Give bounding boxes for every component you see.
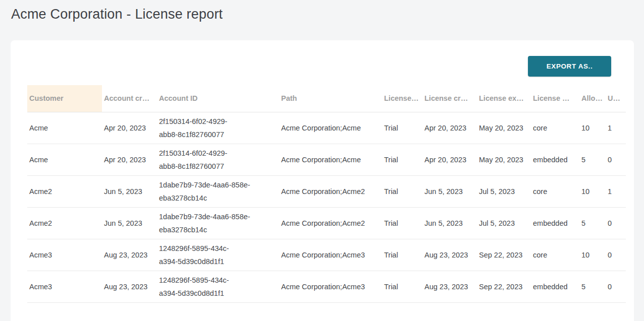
cell-allocated: 10: [579, 175, 606, 207]
cell-customer: Acme: [27, 144, 102, 175]
cell-account_created: Jun 5, 2023: [102, 175, 157, 207]
license-table-container: Customer Account cr… Account ID Path Lic…: [27, 85, 626, 303]
cell-account_id: 2f150314-6f02-4929- abb8-8c1f82760077: [157, 112, 279, 144]
table-header-row: Customer Account cr… Account ID Path Lic…: [27, 85, 626, 112]
cell-account_created: Jun 5, 2023: [102, 207, 157, 239]
cell-license_expires: May 20, 2023: [477, 112, 531, 144]
table-row: Acme3Aug 23, 20231248296f-5895-434c- a39…: [27, 239, 626, 271]
column-header-license-type[interactable]: License…: [382, 85, 422, 112]
column-header-account-id[interactable]: Account ID: [157, 85, 279, 112]
cell-used: 0: [606, 271, 626, 302]
cell-customer: Acme2: [27, 175, 102, 207]
cell-used: 0: [606, 239, 626, 271]
cell-license_created: Apr 20, 2023: [422, 144, 477, 175]
cell-license_product: embedded: [531, 271, 579, 302]
table-body: AcmeApr 20, 20232f150314-6f02-4929- abb8…: [27, 112, 626, 302]
cell-license_product: core: [531, 175, 579, 207]
cell-license_product: embedded: [531, 207, 579, 239]
cell-license_created: Jun 5, 2023: [422, 207, 477, 239]
page: Acme Corporation - License report EXPORT…: [0, 0, 644, 321]
cell-used: 1: [606, 175, 626, 207]
cell-used: 0: [606, 144, 626, 175]
cell-allocated: 10: [579, 239, 606, 271]
cell-account_created: Aug 23, 2023: [102, 271, 157, 302]
cell-allocated: 5: [579, 144, 606, 175]
cell-allocated: 5: [579, 207, 606, 239]
table-row: Acme2Jun 5, 20231dabe7b9-73de-4aa6-858e-…: [27, 207, 626, 239]
cell-allocated: 10: [579, 112, 606, 144]
cell-license_product: embedded: [531, 144, 579, 175]
cell-license_created: Apr 20, 2023: [422, 112, 477, 144]
cell-license_product: core: [531, 112, 579, 144]
cell-used: 0: [606, 207, 626, 239]
cell-license_expires: Sep 22, 2023: [477, 271, 531, 302]
table-row: AcmeApr 20, 20232f150314-6f02-4929- abb8…: [27, 112, 626, 144]
cell-license_type: Trial: [382, 271, 422, 302]
table-row: Acme2Jun 5, 20231dabe7b9-73de-4aa6-858e-…: [27, 175, 626, 207]
report-card: EXPORT AS.. Customer Account cr… Account…: [11, 40, 634, 321]
cell-customer: Acme3: [27, 239, 102, 271]
cell-account_id: 1248296f-5895-434c- a394-5d39c0d8d1f1: [157, 239, 279, 271]
cell-account_created: Apr 20, 2023: [102, 144, 157, 175]
cell-path: Acme Corporation;Acme3: [279, 271, 382, 302]
license-table: Customer Account cr… Account ID Path Lic…: [27, 85, 626, 303]
export-as-button[interactable]: EXPORT AS..: [528, 56, 611, 77]
cell-account_created: Apr 20, 2023: [102, 112, 157, 144]
column-header-license-created[interactable]: License cr…: [422, 85, 477, 112]
cell-license_created: Jun 5, 2023: [422, 175, 477, 207]
cell-path: Acme Corporation;Acme2: [279, 207, 382, 239]
cell-license_created: Aug 23, 2023: [422, 271, 477, 302]
column-header-allocated[interactable]: Allo…: [579, 85, 606, 112]
cell-customer: Acme3: [27, 271, 102, 302]
page-title: Acme Corporation - License report: [11, 7, 644, 22]
column-header-used[interactable]: U…: [606, 85, 626, 112]
cell-account_id: 2f150314-6f02-4929- abb8-8c1f82760077: [157, 144, 279, 175]
card-toolbar: EXPORT AS..: [27, 56, 626, 77]
table-row: Acme3Aug 23, 20231248296f-5895-434c- a39…: [27, 271, 626, 302]
cell-license_type: Trial: [382, 175, 422, 207]
cell-customer: Acme: [27, 112, 102, 144]
cell-license_type: Trial: [382, 207, 422, 239]
cell-path: Acme Corporation;Acme: [279, 144, 382, 175]
cell-license_expires: May 20, 2023: [477, 144, 531, 175]
cell-license_expires: Jul 5, 2023: [477, 207, 531, 239]
cell-license_type: Trial: [382, 239, 422, 271]
cell-account_created: Aug 23, 2023: [102, 239, 157, 271]
cell-account_id: 1dabe7b9-73de-4aa6-858e- eba3278cb14c: [157, 175, 279, 207]
column-header-account-created[interactable]: Account cr…: [102, 85, 157, 112]
cell-license_created: Aug 23, 2023: [422, 239, 477, 271]
cell-path: Acme Corporation;Acme: [279, 112, 382, 144]
cell-path: Acme Corporation;Acme2: [279, 175, 382, 207]
column-header-path[interactable]: Path: [279, 85, 382, 112]
cell-path: Acme Corporation;Acme3: [279, 239, 382, 271]
cell-account_id: 1dabe7b9-73de-4aa6-858e- eba3278cb14c: [157, 207, 279, 239]
column-header-license-expires[interactable]: License ex…: [477, 85, 531, 112]
column-header-license-product[interactable]: License …: [531, 85, 579, 112]
table-header: Customer Account cr… Account ID Path Lic…: [27, 85, 626, 112]
cell-license_expires: Sep 22, 2023: [477, 239, 531, 271]
cell-license_type: Trial: [382, 112, 422, 144]
table-row: AcmeApr 20, 20232f150314-6f02-4929- abb8…: [27, 144, 626, 175]
column-header-customer[interactable]: Customer: [27, 85, 102, 112]
cell-allocated: 5: [579, 271, 606, 302]
cell-license_product: core: [531, 239, 579, 271]
cell-license_expires: Jul 5, 2023: [477, 175, 531, 207]
cell-used: 1: [606, 112, 626, 144]
cell-license_type: Trial: [382, 144, 422, 175]
cell-customer: Acme2: [27, 207, 102, 239]
cell-account_id: 1248296f-5895-434c- a394-5d39c0d8d1f1: [157, 271, 279, 302]
